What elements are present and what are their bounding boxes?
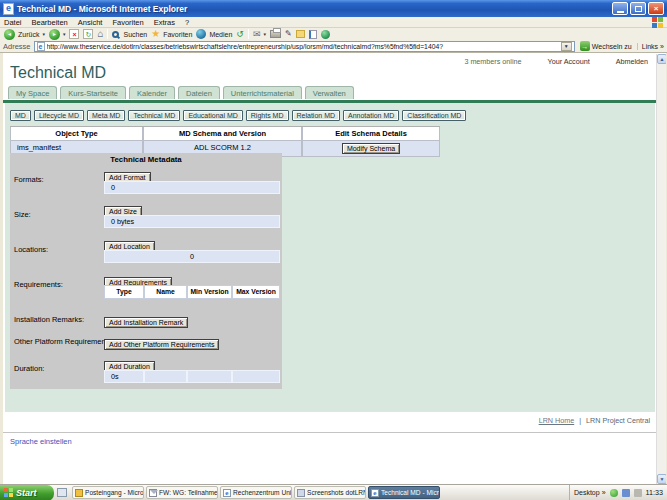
go-label: Wechseln zu xyxy=(592,43,632,50)
tray-status-icon[interactable] xyxy=(610,489,618,497)
forward-caret-icon[interactable]: ▾ xyxy=(63,31,66,37)
address-dropdown-icon[interactable]: ▼ xyxy=(561,42,572,51)
tray-network-icon[interactable] xyxy=(622,489,630,497)
schema-header-object-type: Object Type xyxy=(10,127,143,141)
footer-divider-line xyxy=(3,432,666,433)
print-button[interactable] xyxy=(270,30,281,38)
start-button[interactable]: Start xyxy=(0,485,54,500)
start-flag-icon xyxy=(4,488,13,497)
forward-button[interactable]: ► ▾ xyxy=(49,29,66,40)
forward-icon: ► xyxy=(49,29,60,40)
tab-unterrichtsmaterial[interactable]: Unterrichtsmaterial xyxy=(223,86,302,99)
task-rechenzentrum[interactable]: e Rechenzentrum Uni K... xyxy=(220,486,292,499)
rights-md-button[interactable]: Rights MD xyxy=(246,110,289,121)
formats-label: Formats: xyxy=(14,175,44,184)
minimize-button[interactable] xyxy=(612,2,628,15)
menu-help[interactable]: ? xyxy=(185,18,189,27)
classification-md-button[interactable]: Classification MD xyxy=(402,110,466,121)
lifecycle-md-button[interactable]: Lifecycle MD xyxy=(34,110,84,121)
lrn-home-link[interactable]: LRN Home xyxy=(539,416,575,425)
task-screenshots[interactable]: Screenshots dotLRN... xyxy=(294,486,366,499)
search-label: Suchen xyxy=(123,31,147,38)
home-button[interactable]: ⌂ xyxy=(97,29,103,39)
browser-viewport: 3 members online Your Account Abmelden T… xyxy=(0,53,667,484)
modify-schema-button[interactable]: Modify Schema xyxy=(342,143,400,154)
form-title: Technical Metadata xyxy=(10,155,282,164)
meta-md-button[interactable]: Meta MD xyxy=(87,110,125,121)
envelope-icon xyxy=(149,489,157,497)
stop-button[interactable]: × xyxy=(69,29,79,39)
window-icon: e xyxy=(3,3,14,15)
desktop-label: Desktop xyxy=(574,489,600,496)
menu-extras[interactable]: Extras xyxy=(154,18,175,27)
history-button[interactable]: ↺ xyxy=(236,30,244,39)
screen: e Technical MD - Microsoft Internet Expl… xyxy=(0,0,667,500)
scroll-up-icon[interactable]: ▲ xyxy=(657,54,667,64)
favorites-button[interactable]: ★ Favoriten xyxy=(151,29,192,39)
tab-my-space[interactable]: My Space xyxy=(8,86,57,99)
ie-icon: e xyxy=(6,4,11,13)
mail-icon: ✉ xyxy=(253,30,261,39)
start-label: Start xyxy=(16,488,37,498)
address-url[interactable]: http://www.theservice.de/dotlrn/classes/… xyxy=(47,43,559,50)
menu-ansicht[interactable]: Ansicht xyxy=(78,18,103,27)
links-chevron-icon: » xyxy=(660,43,664,50)
back-button[interactable]: ◄ Zurück ▾ xyxy=(4,29,45,40)
tab-kurs-startseite[interactable]: Kurs-Startseite xyxy=(60,86,126,99)
add-installation-remark-button[interactable]: Add Installation Remark xyxy=(104,317,188,328)
mail-button[interactable]: ✉ ▾ xyxy=(253,30,266,39)
quick-launch[interactable] xyxy=(54,488,70,497)
task-fw-wg-teilnahme[interactable]: FW: WG: Teilnahme v... xyxy=(146,486,218,499)
relation-md-button[interactable]: Relation MD xyxy=(292,110,341,121)
logout-link[interactable]: Abmelden xyxy=(616,57,648,66)
restore-button[interactable] xyxy=(630,2,646,15)
schema-header-version: MD Schema and Version xyxy=(143,127,302,141)
inbox-icon xyxy=(75,489,83,497)
educational-md-button[interactable]: Educational MD xyxy=(183,110,242,121)
md-button[interactable]: MD xyxy=(10,110,31,121)
media-label: Medien xyxy=(209,31,232,38)
go-button[interactable]: → Wechseln zu xyxy=(578,41,634,51)
installation-remarks-label: Installation Remarks: xyxy=(14,315,84,324)
links-toolbar[interactable]: Links » xyxy=(637,43,664,50)
duration-label: Duration: xyxy=(14,364,44,373)
ie-page-icon: e xyxy=(371,489,379,497)
media-button[interactable]: Medien xyxy=(196,29,232,39)
tab-dateien[interactable]: Dateien xyxy=(178,86,220,99)
vertical-scrollbar[interactable]: ▲ ▼ xyxy=(656,54,666,484)
back-caret-icon[interactable]: ▾ xyxy=(42,31,45,37)
language-settings-link[interactable]: Sprache einstellen xyxy=(10,437,72,446)
add-other-platform-button[interactable]: Add Other Platform Requirements xyxy=(104,339,219,350)
windows-logo-icon xyxy=(652,17,663,28)
lrn-project-central-link[interactable]: LRN Project Central xyxy=(586,416,650,425)
document-button[interactable] xyxy=(309,30,317,39)
search-button[interactable]: Suchen xyxy=(112,31,147,38)
task-posteingang[interactable]: Posteingang - Micros... xyxy=(72,486,144,499)
address-input[interactable]: e http://www.theservice.de/dotlrn/classe… xyxy=(34,41,575,52)
req-header-max-version: Max Version xyxy=(232,285,280,299)
annotation-md-button[interactable]: Annotation MD xyxy=(343,110,399,121)
close-button[interactable]: × xyxy=(648,2,664,15)
menu-datei[interactable]: Datei xyxy=(4,18,22,27)
req-header-name: Name xyxy=(144,285,187,299)
refresh-button[interactable]: ↻ xyxy=(83,29,93,39)
mail-caret-icon: ▾ xyxy=(263,31,266,37)
your-account-link[interactable]: Your Account xyxy=(548,57,590,66)
tab-verwalten[interactable]: Verwalten xyxy=(305,86,354,99)
menu-bearbeiten[interactable]: Bearbeiten xyxy=(32,18,68,27)
messenger-button[interactable] xyxy=(321,30,330,39)
favorites-icon: ★ xyxy=(151,29,160,39)
edit-button[interactable]: ✎ xyxy=(285,30,292,38)
tab-kalender[interactable]: Kalender xyxy=(129,86,175,99)
menu-favoriten[interactable]: Favoriten xyxy=(112,18,143,27)
scroll-down-icon[interactable]: ▼ xyxy=(657,474,667,484)
page-title: Technical MD xyxy=(10,64,106,82)
tray-volume-icon[interactable] xyxy=(634,489,642,497)
technical-md-button[interactable]: Technical MD xyxy=(128,110,180,121)
quick-launch-icon xyxy=(57,488,67,497)
discuss-button[interactable] xyxy=(296,30,305,38)
members-online: 3 members online xyxy=(464,57,521,66)
task-label: Posteingang - Micros... xyxy=(85,489,144,496)
desktop-toolbar[interactable]: Desktop » xyxy=(574,489,606,496)
task-technical-md-active[interactable]: e Technical MD - Micros... xyxy=(368,486,440,499)
